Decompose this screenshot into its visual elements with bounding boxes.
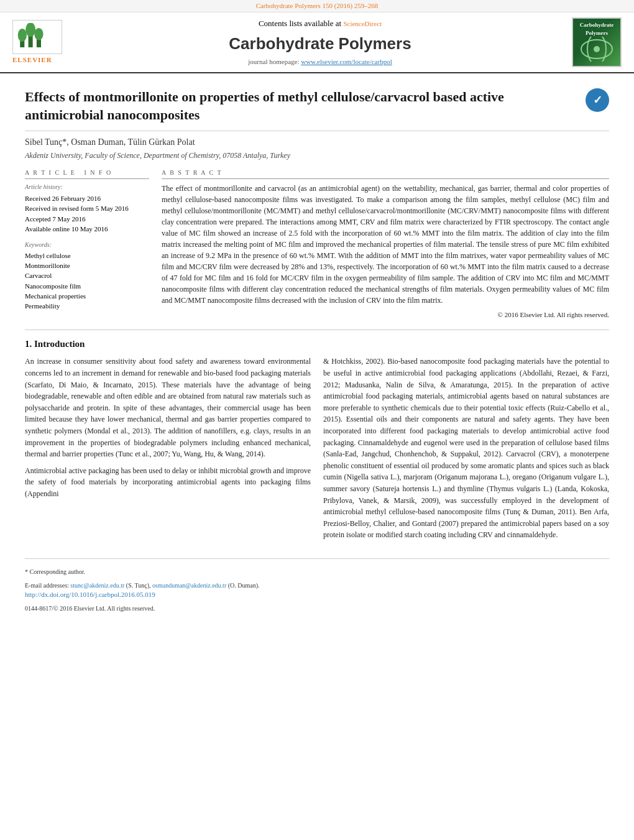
footnote-emails: E-mail addresses: stunc@akdeniz.edu.tr (… <box>25 581 609 590</box>
intro-col-left: An increase in consumer sensitivity abou… <box>25 356 311 546</box>
issn-line: 0144-8617/© 2016 Elsevier Ltd. All right… <box>25 604 609 613</box>
intro-section: 1. Introduction An increase in consumer … <box>25 330 609 546</box>
page: Carbohydrate Polymers 150 (2016) 259–268… <box>0 0 634 625</box>
citation-bar: Carbohydrate Polymers 150 (2016) 259–268 <box>0 0 634 12</box>
article-info-section-label: A R T I C L E I N F O <box>25 168 149 179</box>
email1-name: (S. Tunç), <box>126 582 151 589</box>
contents-text: Contents lists available at <box>259 19 341 28</box>
intro-col-left-text: An increase in consumer sensitivity abou… <box>25 356 311 499</box>
available-row: Available online 10 May 2016 <box>25 224 149 234</box>
authors-text: Sibel Tunç*, Osman Duman, Tülin Gürkan P… <box>25 137 195 147</box>
svg-point-3 <box>18 29 27 42</box>
journal-title: Carbohydrate Polymers <box>68 32 572 55</box>
svg-point-5 <box>34 28 43 40</box>
doi-line: http://dx.doi.org/10.1016/j.carbpol.2016… <box>25 590 609 599</box>
journal-header-center: Contents lists available at ScienceDirec… <box>68 18 572 67</box>
sciencedirect-link[interactable]: ScienceDirect <box>343 20 382 27</box>
doi-link[interactable]: http://dx.doi.org/10.1016/j.carbpol.2016… <box>25 591 155 598</box>
elsevier-text: ELSEVIER <box>12 55 52 65</box>
logo-line2: Polymers <box>578 29 615 37</box>
keywords-section: Keywords: Methyl cellulose Montmorilloni… <box>25 241 149 312</box>
article-main: Effects of montmorillonite on properties… <box>0 73 634 625</box>
footnote-corresponding: * Corresponding author. <box>25 568 609 576</box>
elsevier-logo-box <box>12 20 62 54</box>
article-title: Effects of montmorillonite on properties… <box>25 88 579 124</box>
journal-logo-right: Carbohydrate Polymers <box>572 17 622 67</box>
received-revised-row: Received in revised form 5 May 2016 <box>25 204 149 213</box>
footnote-star: * Corresponding author. <box>25 568 85 575</box>
article-info-col: A R T I C L E I N F O Article history: R… <box>25 168 149 320</box>
intro-two-col: An increase in consumer sensitivity abou… <box>25 356 609 546</box>
abstract-col: A B S T R A C T The effect of montmorill… <box>162 168 609 320</box>
keyword-4: Nanocomposite film <box>25 282 149 291</box>
affiliation: Akdeniz University, Faculty of Science, … <box>25 150 609 161</box>
keywords-label: Keywords: <box>25 241 149 249</box>
abstract-body: The effect of montmorillonite and carvac… <box>162 184 609 305</box>
article-info-abstract-container: A R T I C L E I N F O Article history: R… <box>25 168 609 320</box>
intro-p1: An increase in consumer sensitivity abou… <box>25 356 311 459</box>
intro-right-p1: & Hotchkiss, 2002). Bio-based nanocompos… <box>323 356 609 541</box>
copyright: © 2016 Elsevier Ltd. All rights reserved… <box>162 310 609 320</box>
intro-heading: 1. Introduction <box>25 338 609 351</box>
accepted-row: Accepted 7 May 2016 <box>25 215 149 224</box>
authors: Sibel Tunç*, Osman Duman, Tülin Gürkan P… <box>25 136 609 149</box>
elsevier-logo: ELSEVIER <box>12 20 68 65</box>
crossmark-badge: ✓ <box>586 88 609 112</box>
keyword-6: Permeability <box>25 302 149 311</box>
abstract-section-label: A B S T R A C T <box>162 168 609 179</box>
article-title-section: Effects of montmorillonite on properties… <box>25 88 609 131</box>
intro-col-right: & Hotchkiss, 2002). Bio-based nanocompos… <box>323 356 609 546</box>
article-history-label: Article history: <box>25 183 149 192</box>
keyword-2: Montmorillonite <box>25 261 149 270</box>
logo-line1: Carbohydrate <box>578 21 615 29</box>
contents-line: Contents lists available at ScienceDirec… <box>68 18 572 29</box>
email2-link[interactable]: osmanduman@akdeniz.edu.tr <box>152 582 226 589</box>
logo-svg-icon <box>578 37 615 62</box>
svg-point-4 <box>25 23 35 37</box>
journal-logo-right-text: Carbohydrate Polymers <box>578 21 615 63</box>
keyword-1: Methyl cellulose <box>25 251 149 261</box>
citation-text: Carbohydrate Polymers 150 (2016) 259–268 <box>256 2 379 9</box>
crossmark-icon: ✓ <box>588 91 607 109</box>
intro-col-right-text: & Hotchkiss, 2002). Bio-based nanocompos… <box>323 356 609 541</box>
abstract-text: The effect of montmorillonite and carvac… <box>162 183 609 320</box>
svg-text:✓: ✓ <box>593 94 602 106</box>
footer-links: * Corresponding author. E-mail addresses… <box>25 558 609 613</box>
keyword-5: Mechanical properties <box>25 292 149 301</box>
email-label: E-mail addresses: <box>25 582 69 589</box>
intro-p2: Antimicrobial active packaging has been … <box>25 465 311 500</box>
journal-header: ELSEVIER Contents lists available at Sci… <box>0 12 634 73</box>
homepage-prefix: journal homepage: <box>248 58 299 65</box>
received-row: Received 26 February 2016 <box>25 194 149 203</box>
elsevier-tree-icon <box>16 23 47 48</box>
journal-homepage: journal homepage: www.elsevier.com/locat… <box>68 57 572 67</box>
keyword-3: Carvacrol <box>25 271 149 280</box>
homepage-url[interactable]: www.elsevier.com/locate/carbpol <box>301 58 392 65</box>
email2-name: (O. Duman). <box>228 582 260 589</box>
email1-link[interactable]: stunc@akdeniz.edu.tr <box>70 582 124 589</box>
svg-point-8 <box>594 46 600 52</box>
